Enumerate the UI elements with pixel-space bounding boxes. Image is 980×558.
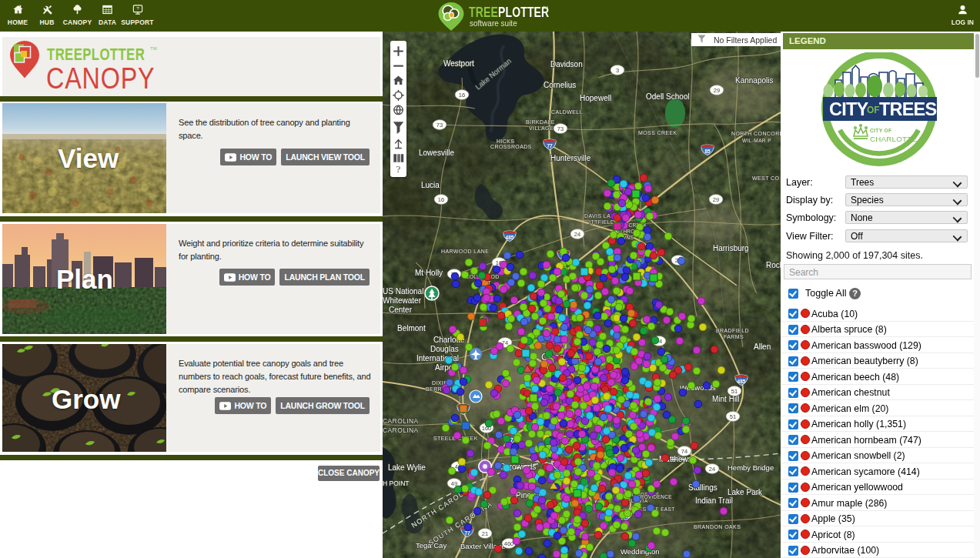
svg-text:16: 16 (438, 196, 444, 203)
svg-text:TREE: TREE (469, 5, 498, 19)
svg-text:73: 73 (436, 122, 443, 129)
svg-text:Cornelius: Cornelius (544, 81, 576, 89)
svg-text:Odell School: Odell School (646, 92, 690, 101)
svg-text:51: 51 (730, 413, 736, 420)
svg-text:Indian Trail: Indian Trail (695, 496, 733, 505)
svg-text:485: 485 (738, 379, 746, 384)
svg-text:460: 460 (504, 540, 514, 547)
svg-text:software suite: software suite (470, 19, 517, 28)
svg-text:?: ? (396, 163, 401, 174)
svg-text:VILLAGE: VILLAGE (529, 125, 554, 131)
svg-text:HARWOOD LANE: HARWOOD LANE (441, 249, 489, 254)
svg-text:Whitewater: Whitewater (383, 296, 422, 305)
svg-text:Huntersville: Huntersville (550, 154, 591, 162)
svg-text:BRANDON OAKS: BRANDON OAKS (694, 524, 741, 530)
svg-text:CAROLINA: CAROLINA (383, 426, 419, 434)
svg-text:TREES: TREES (879, 99, 936, 119)
svg-text:CALDWELL: CALDWELL (551, 109, 583, 115)
svg-text:Hopewell: Hopewell (580, 94, 611, 102)
svg-text:WEST CO: WEST CO (752, 175, 779, 181)
svg-text:29: 29 (714, 87, 720, 94)
svg-text:NORTH CONCORD: NORTH CONCORD (731, 131, 781, 136)
svg-text:CITY: CITY (829, 99, 868, 119)
svg-text:TM: TM (150, 46, 157, 51)
svg-text:H POINT: H POINT (383, 479, 409, 487)
svg-text:21: 21 (482, 530, 488, 537)
svg-text:Hemby Bridge: Hemby Bridge (727, 463, 774, 472)
svg-text:US National: US National (383, 287, 423, 296)
svg-text:CANOPY: CANOPY (46, 62, 155, 95)
svg-text:WIL-MAR P: WIL-MAR P (742, 138, 771, 143)
svg-text:CROSSROADS: CROSSROADS (490, 144, 532, 149)
svg-text:Lake Park: Lake Park (727, 488, 763, 496)
svg-text:TM: TM (543, 5, 548, 10)
svg-text:CHARLOTTE: CHARLOTTE (870, 135, 917, 143)
svg-text:77: 77 (547, 143, 553, 149)
svg-text:24: 24 (709, 466, 715, 473)
svg-text:Lowesville: Lowesville (419, 149, 455, 157)
svg-text:Westport: Westport (443, 59, 474, 68)
svg-text:FARMS: FARMS (724, 334, 744, 339)
svg-text:CAROLINA: CAROLINA (383, 417, 419, 425)
svg-text:Tega Cay: Tega Cay (416, 541, 447, 550)
svg-text:MOSS CREEK: MOSS CREEK (638, 130, 677, 135)
svg-text:Mt Holly: Mt Holly (415, 269, 443, 277)
svg-text:485: 485 (506, 235, 514, 240)
svg-text:OF: OF (867, 105, 880, 115)
svg-text:BIRKDALE: BIRKDALE (526, 119, 555, 125)
svg-text:16: 16 (459, 92, 465, 99)
svg-text:24: 24 (574, 231, 580, 238)
svg-text:CITY OF: CITY OF (870, 128, 891, 133)
svg-text:HICKS: HICKS (497, 139, 514, 144)
svg-text:29: 29 (713, 196, 719, 203)
svg-text:85: 85 (704, 149, 711, 154)
svg-text:Allen: Allen (754, 342, 771, 351)
svg-text:PROVIDENCE: PROVIDENCE (637, 494, 672, 500)
svg-text:TREEPLOTTER: TREEPLOTTER (47, 45, 145, 63)
svg-text:Douglas: Douglas (430, 345, 459, 353)
svg-text:3: 3 (616, 67, 619, 74)
svg-text:PLOTTER: PLOTTER (498, 5, 550, 19)
svg-text:Belmont: Belmont (397, 324, 426, 332)
svg-text:Center: Center (389, 306, 413, 314)
svg-text:Lucia: Lucia (421, 181, 440, 189)
svg-text:Lake Wylie: Lake Wylie (388, 463, 426, 472)
svg-text:Rocky: Rocky (766, 261, 781, 269)
svg-text:73: 73 (557, 125, 564, 132)
svg-text:Kannapolis: Kannapolis (735, 76, 773, 85)
svg-text:Harrisburg: Harrisburg (713, 244, 749, 252)
svg-text:51: 51 (731, 388, 738, 395)
svg-text:74: 74 (681, 448, 687, 455)
svg-text:ITTFIELD: ITTFIELD (589, 219, 615, 225)
svg-text:?: ? (136, 5, 139, 11)
svg-text:Davidson: Davidson (550, 60, 583, 68)
svg-text:BRADFIELD: BRADFIELD (716, 328, 749, 333)
